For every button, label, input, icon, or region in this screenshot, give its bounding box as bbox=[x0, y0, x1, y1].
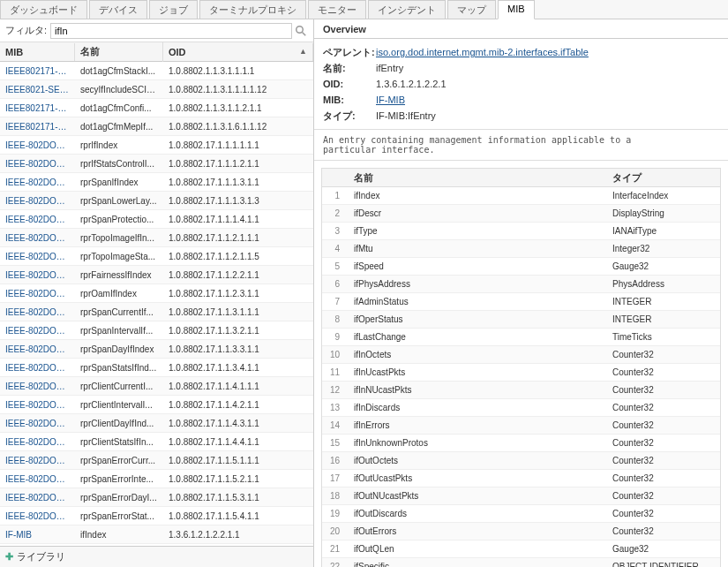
entry-cell: ifMtu bbox=[347, 241, 605, 256]
svg-point-0 bbox=[296, 26, 304, 33]
entry-cell: ifDescr bbox=[347, 206, 605, 221]
overview-tab[interactable]: Overview bbox=[314, 19, 728, 39]
tab-デバイス[interactable]: デバイス bbox=[89, 0, 147, 19]
mib-cell: IEEE-802DOT17-R... bbox=[0, 361, 75, 374]
entry-cell: InterfaceIndex bbox=[605, 188, 720, 203]
mib-row[interactable]: IEEE802171-CFM...dot1agCfmConfi...1.0.88… bbox=[0, 99, 313, 117]
mib-row[interactable]: IEEE-802DOT17-R...rprSpanProtectio...1.0… bbox=[0, 210, 313, 229]
entry-cell: Counter32 bbox=[605, 488, 720, 503]
entry-cell: DisplayString bbox=[605, 206, 720, 221]
mib-row[interactable]: IEEE-802DOT17-R...rprClientCurrentI...1.… bbox=[0, 377, 313, 396]
tab-mib[interactable]: MIB bbox=[498, 0, 535, 19]
tab-マップ[interactable]: マップ bbox=[447, 0, 496, 19]
mib-header-name[interactable]: 名前 bbox=[75, 42, 163, 62]
entry-row[interactable]: 6ifPhysAddressPhysAddress bbox=[322, 276, 720, 293]
mib-cell: 1.0.8802.17.1.1.4.2.1.1 bbox=[163, 398, 313, 412]
entry-row[interactable]: 17ifOutUcastPktsCounter32 bbox=[322, 470, 720, 488]
mib-row[interactable]: IEEE8021-SECY-...secyIfIncludeSCIE...1.0… bbox=[0, 80, 313, 99]
entry-row[interactable]: 11ifInUcastPktsCounter32 bbox=[322, 364, 720, 382]
mib-cell: 1.0.8802.17.1.1.2.1.1.1 bbox=[163, 231, 313, 245]
entry-cell: 1 bbox=[322, 188, 347, 203]
entry-table-body[interactable]: 1ifIndexInterfaceIndex2ifDescrDisplayStr… bbox=[321, 187, 721, 567]
mib-cell: 1.0.8802.1.1.3.1.1.1.1.12 bbox=[163, 83, 313, 96]
entry-cell: 18 bbox=[322, 488, 347, 503]
entry-header-idx[interactable] bbox=[322, 175, 347, 180]
mib-cell: rprOamIfIndex bbox=[75, 287, 163, 300]
entry-cell: Counter32 bbox=[605, 400, 720, 415]
entry-row[interactable]: 9ifLastChangeTimeTicks bbox=[322, 329, 720, 346]
tab-ジョブ[interactable]: ジョブ bbox=[149, 0, 198, 19]
mib-row[interactable]: IEEE-802DOT17-R...rprSpanIfIndex1.0.8802… bbox=[0, 173, 313, 192]
mib-cell: 1.0.8802.1.1.3.1.6.1.1.12 bbox=[163, 120, 313, 133]
mib-cell: IEEE-802DOT17-R... bbox=[0, 491, 75, 504]
mib-cell: rprSpanErrorInte... bbox=[75, 472, 163, 486]
entry-row[interactable]: 22ifSpecificOBJECT IDENTIFIER bbox=[322, 558, 720, 567]
mib-row[interactable]: IEEE-802DOT17-R...rprClientDayIfInd...1.… bbox=[0, 414, 313, 433]
mib-cell: 1.0.8802.17.1.1.3.4.1.1 bbox=[163, 361, 313, 374]
mib-cell: IEEE-802DOT17-R... bbox=[0, 268, 75, 282]
mib-row[interactable]: IEEE-802DOT17-R...rprTopoImageSta...1.0.… bbox=[0, 247, 313, 266]
mib-header-mib[interactable]: MIB bbox=[0, 43, 75, 61]
mib-header-oid[interactable]: OID▲ bbox=[163, 43, 313, 61]
entry-row[interactable]: 16ifOutOctetsCounter32 bbox=[322, 452, 720, 470]
mib-row[interactable]: IEEE-802DOT17-R...rprClientStatsIfIn...1… bbox=[0, 433, 313, 451]
entry-row[interactable]: 2ifDescrDisplayString bbox=[322, 205, 720, 223]
mib-row[interactable]: IEEE-802DOT17-R...rprSpanDayIfIndex1.0.8… bbox=[0, 340, 313, 359]
filter-input[interactable] bbox=[50, 23, 292, 39]
tab-ターミナルプロキシ[interactable]: ターミナルプロキシ bbox=[199, 0, 306, 19]
oid-value: 1.3.6.1.2.1.2.2.1 bbox=[376, 76, 719, 92]
entry-row[interactable]: 4ifMtuInteger32 bbox=[322, 240, 720, 258]
mib-row[interactable]: IEEE802171-CFM...dot1agCfmMepIf...1.0.88… bbox=[0, 117, 313, 136]
mib-row[interactable]: IEEE-802DOT17-R...rprClientIntervalI...1… bbox=[0, 396, 313, 414]
mib-row[interactable]: IEEE-802DOT17-R...rprIfStatsControlI...1… bbox=[0, 155, 313, 173]
mib-row[interactable]: IEEE-802DOT17-R...rprOamIfIndex1.0.8802.… bbox=[0, 284, 313, 303]
mib-cell: rprSpanIntervalIf... bbox=[75, 324, 163, 337]
entry-row[interactable]: 18ifOutNUcastPktsCounter32 bbox=[322, 488, 720, 505]
mib-row[interactable]: IEEE-802DOT17-R...rprTopoImageIfIn...1.0… bbox=[0, 229, 313, 247]
entry-row[interactable]: 20ifOutErrorsCounter32 bbox=[322, 523, 720, 541]
tab-インシデント[interactable]: インシデント bbox=[368, 0, 446, 19]
mib-row[interactable]: IEEE-802DOT17-R...rprSpanLowerLay...1.0.… bbox=[0, 192, 313, 210]
mib-cell: IEEE-802DOT17-R... bbox=[0, 306, 75, 319]
entry-row[interactable]: 8ifOperStatusINTEGER bbox=[322, 311, 720, 329]
mib-row[interactable]: IEEE-802DOT17-R...rprSpanCurrentIf...1.0… bbox=[0, 303, 313, 321]
entry-row[interactable]: 1ifIndexInterfaceIndex bbox=[322, 187, 720, 205]
mib-row[interactable]: IEEE-802DOT17-R...rprSpanIntervalIf...1.… bbox=[0, 321, 313, 340]
mib-cell: dot1agCfmStackI... bbox=[75, 64, 163, 78]
entry-row[interactable]: 3ifTypeIANAifType bbox=[322, 223, 720, 240]
mib-row[interactable]: IEEE-802DOT17-R...rprSpanErrorDayI...1.0… bbox=[0, 488, 313, 507]
entry-row[interactable]: 12ifInNUcastPktsCounter32 bbox=[322, 382, 720, 399]
entry-row[interactable]: 13ifInDiscardsCounter32 bbox=[322, 399, 720, 417]
entry-row[interactable]: 5ifSpeedGauge32 bbox=[322, 258, 720, 276]
entry-row[interactable]: 19ifOutDiscardsCounter32 bbox=[322, 505, 720, 523]
mib-row[interactable]: IF-MIBifIndex1.3.6.1.2.1.2.2.1.1 bbox=[0, 525, 313, 544]
mib-table-body[interactable]: IEEE802171-CFM...dot1agCfmStackI...1.0.8… bbox=[0, 62, 313, 546]
entry-row[interactable]: 15ifInUnknownProtosCounter32 bbox=[322, 435, 720, 452]
mib-row[interactable]: IEEE-802DOT17-R...rprSpanStatsIfInd...1.… bbox=[0, 359, 313, 377]
search-icon[interactable] bbox=[294, 24, 308, 38]
library-button[interactable]: ✚ ライブラリ bbox=[0, 546, 313, 567]
mib-row[interactable]: IEEE-802DOT17-R...rprSpanErrorStat...1.0… bbox=[0, 507, 313, 525]
parent-link[interactable]: iso.org.dod.internet.mgmt.mib-2.interfac… bbox=[376, 47, 589, 57]
tab-モニター[interactable]: モニター bbox=[308, 0, 366, 19]
entry-row[interactable]: 21ifOutQLenGauge32 bbox=[322, 541, 720, 558]
mib-cell: IEEE-802DOT17-R... bbox=[0, 510, 75, 523]
entry-cell: OBJECT IDENTIFIER bbox=[605, 559, 720, 567]
oid-label: OID: bbox=[323, 76, 376, 92]
mib-cell: 1.0.8802.17.1.1.2.3.1.1 bbox=[163, 287, 313, 300]
entry-row[interactable]: 10ifInOctetsCounter32 bbox=[322, 346, 720, 364]
entry-row[interactable]: 14ifInErrorsCounter32 bbox=[322, 417, 720, 435]
entry-cell: Counter32 bbox=[605, 418, 720, 433]
mib-row[interactable]: IEEE-802DOT17-R...rprIfIndex1.0.8802.17.… bbox=[0, 136, 313, 155]
entry-header-name[interactable]: 名前 bbox=[347, 169, 605, 187]
mib-row[interactable]: IEEE-802DOT17-R...rprSpanErrorCurr...1.0… bbox=[0, 451, 313, 470]
entry-row[interactable]: 7ifAdminStatusINTEGER bbox=[322, 293, 720, 311]
tab-ダッシュボード[interactable]: ダッシュボード bbox=[0, 0, 87, 19]
entry-cell: 6 bbox=[322, 276, 347, 291]
mib-row[interactable]: IEEE-802DOT17-R...rprFairnessIfIndex1.0.… bbox=[0, 266, 313, 284]
mib-cell: dot1agCfmConfi... bbox=[75, 102, 163, 115]
mib-row[interactable]: IEEE802171-CFM...dot1agCfmStackI...1.0.8… bbox=[0, 62, 313, 80]
mib-row[interactable]: IEEE-802DOT17-R...rprSpanErrorInte...1.0… bbox=[0, 470, 313, 488]
entry-header-type[interactable]: タイプ bbox=[605, 169, 720, 187]
mib-link[interactable]: IF-MIB bbox=[376, 94, 405, 105]
